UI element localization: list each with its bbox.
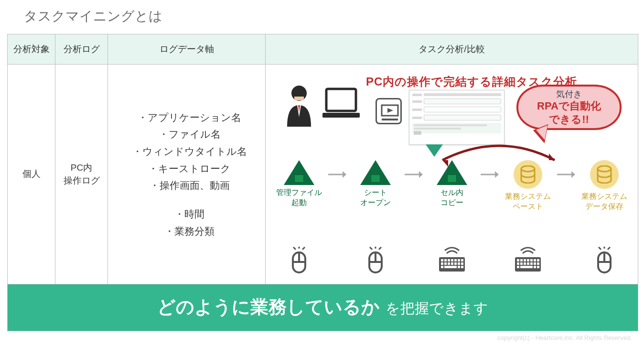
step-label: 起動: [291, 198, 307, 207]
axis-item: ・ウィンドウタイトル名: [122, 143, 257, 160]
log-line1: PC内: [71, 163, 92, 173]
axis-item: ・操作画面、動画: [122, 177, 257, 194]
svg-rect-24: [458, 259, 460, 261]
cell-task: PC内の操作で完結する詳細タスク分析: [266, 65, 638, 284]
svg-rect-53: [520, 266, 533, 268]
svg-rect-50: [534, 262, 536, 265]
step-label: 管理ファイル: [276, 188, 322, 196]
svg-rect-46: [520, 262, 523, 265]
step-label: コピー: [440, 198, 463, 207]
step-excel: シートオープン: [347, 160, 404, 208]
mouse-icon: [576, 247, 633, 277]
arrow-icon: [405, 162, 423, 187]
excel-triangle-icon: [284, 160, 314, 185]
excel-triangle-icon: [360, 160, 391, 185]
step-excel: 管理ファイル起動: [270, 160, 328, 208]
svg-rect-43: [534, 259, 536, 261]
svg-rect-26: [441, 262, 443, 265]
copyright: copyright(c) - Heartcore,Inc. All Rights…: [7, 334, 637, 341]
svg-rect-39: [520, 259, 523, 261]
svg-rect-44: [537, 259, 539, 261]
arrow-icon: [481, 162, 499, 187]
svg-rect-38: [517, 259, 519, 261]
axis-item: ・時間: [122, 206, 257, 223]
svg-rect-31: [458, 262, 460, 265]
arrow-icon: [328, 162, 346, 187]
device-row: [270, 247, 633, 277]
svg-rect-28: [448, 262, 450, 265]
header-axis: ログデータ軸: [108, 34, 266, 65]
person-icon: [280, 84, 328, 129]
cell-axis: ・アプリケーション名 ・ファイル名 ・ウィンドウタイトル名 ・キーストローク ・…: [108, 65, 266, 284]
step-row: 管理ファイル起動 シートオープン セル内コピー: [270, 160, 633, 212]
svg-rect-5: [382, 119, 398, 120]
laptop-icon: [321, 86, 364, 124]
bubble-line2: できる!!: [549, 113, 589, 126]
svg-rect-1: [294, 97, 304, 100]
svg-rect-2: [326, 89, 356, 111]
svg-rect-29: [451, 262, 453, 265]
svg-rect-47: [524, 262, 526, 265]
keyboard-icon: [423, 247, 481, 277]
svg-rect-42: [530, 259, 533, 261]
svg-rect-27: [444, 262, 447, 265]
svg-rect-25: [461, 259, 463, 261]
svg-rect-54: [534, 266, 536, 268]
header-row: 分析対象 分析ログ ログデータ軸 タスク分析/比較: [8, 34, 638, 65]
footer-rest: を把握できます: [386, 300, 488, 316]
form-pointer-icon: [426, 144, 443, 157]
mouse-icon: [347, 247, 404, 277]
form-mock: [409, 90, 504, 145]
svg-rect-45: [517, 262, 519, 265]
step-label: オープン: [360, 198, 391, 207]
keyboard-icon: [499, 247, 557, 277]
footer-strong: どのように業務しているか: [157, 297, 380, 317]
svg-rect-32: [461, 262, 463, 265]
speech-bubble: 気付き RPAで自動化 できる!!: [516, 85, 622, 130]
svg-rect-48: [527, 262, 529, 265]
axis-item: ・アプリケーション名: [122, 109, 257, 126]
svg-rect-23: [454, 259, 457, 261]
svg-rect-49: [530, 262, 533, 265]
svg-rect-22: [451, 259, 453, 261]
svg-point-9: [521, 166, 535, 172]
svg-rect-35: [458, 266, 460, 268]
svg-rect-30: [454, 262, 457, 265]
step-label: シート: [364, 188, 387, 196]
svg-rect-34: [444, 266, 457, 268]
svg-rect-55: [537, 266, 539, 268]
task-diagram: PC内の操作で完結する詳細タスク分析: [266, 65, 638, 284]
footer-band: どのように業務しているか を把握できます: [8, 284, 638, 331]
svg-rect-51: [537, 262, 539, 265]
footer-row: どのように業務しているか を把握できます: [8, 284, 638, 331]
step-label: ペースト: [513, 202, 543, 210]
db-circle-icon: [514, 160, 542, 189]
step-label: 業務システム: [505, 192, 551, 200]
body-row: 個人 PC内 操作ログ ・アプリケーション名 ・ファイル名 ・ウィンドウタイトル…: [8, 65, 638, 284]
cell-log: PC内 操作ログ: [55, 65, 108, 284]
svg-rect-52: [517, 266, 519, 268]
axis-item: ・業務分類: [122, 223, 257, 240]
svg-point-11: [598, 166, 611, 172]
svg-rect-20: [444, 259, 447, 261]
svg-rect-33: [441, 266, 443, 268]
svg-rect-41: [527, 259, 529, 261]
step-db: 業務システムデータ保存: [576, 160, 633, 212]
header-target: 分析対象: [8, 34, 55, 65]
axis-item: ・キーストローク: [122, 160, 257, 177]
svg-rect-19: [441, 259, 443, 261]
step-label: セル内: [440, 188, 463, 196]
header-log: 分析ログ: [55, 34, 108, 65]
svg-rect-21: [448, 259, 450, 261]
step-label: 業務システム: [581, 192, 627, 200]
excel-triangle-icon: [437, 160, 467, 185]
cell-target: 個人: [8, 65, 55, 284]
arrow-icon: [557, 162, 575, 187]
axis-item: ・ファイル名: [122, 126, 257, 143]
page-title: タスクマイニングとは: [24, 7, 637, 25]
svg-rect-36: [461, 266, 463, 268]
task-mining-table: 分析対象 分析ログ ログデータ軸 タスク分析/比較 個人 PC内 操作ログ ・ア…: [7, 34, 638, 331]
bubble-top: 気付き: [556, 89, 582, 100]
header-task: タスク分析/比較: [266, 34, 638, 65]
mouse-icon: [270, 247, 328, 277]
